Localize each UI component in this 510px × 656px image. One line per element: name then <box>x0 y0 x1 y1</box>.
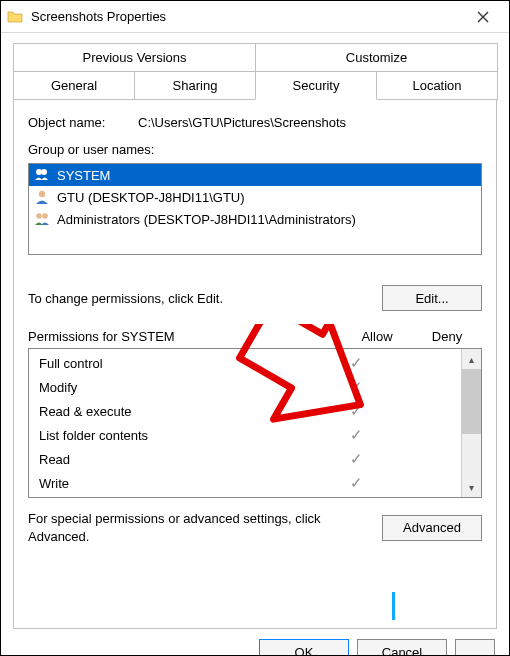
svg-point-3 <box>36 213 42 219</box>
perm-row[interactable]: Full control ✓ <box>29 351 461 375</box>
tab-location[interactable]: Location <box>376 71 498 100</box>
cursor-caret-icon <box>392 592 395 620</box>
dialog-footer: OK Cancel <box>1 629 509 656</box>
scrollbar[interactable]: ▴ ▾ <box>461 349 481 497</box>
perm-row[interactable]: Modify ✓ <box>29 375 461 399</box>
perm-name: Modify <box>39 380 321 395</box>
close-button[interactable] <box>463 3 503 31</box>
perm-row[interactable]: List folder contents ✓ <box>29 423 461 447</box>
tab-general[interactable]: General <box>13 71 135 100</box>
list-item[interactable]: Administrators (DESKTOP-J8HDI11\Administ… <box>29 208 481 230</box>
deny-column-header: Deny <box>412 329 482 344</box>
perm-allow-check: ✓ <box>321 402 391 420</box>
permissions-for-label: Permissions for SYSTEM <box>28 329 342 344</box>
permissions-rows: Full control ✓ Modify ✓ Read & execute ✓… <box>29 349 461 497</box>
scroll-thumb[interactable] <box>462 369 481 434</box>
perm-name: List folder contents <box>39 428 321 443</box>
perm-row[interactable]: Read & execute ✓ <box>29 399 461 423</box>
perm-name: Read & execute <box>39 404 321 419</box>
perm-row[interactable]: Write ✓ <box>29 471 461 495</box>
group-icon <box>33 210 51 228</box>
scroll-down-arrow[interactable]: ▾ <box>462 477 481 497</box>
cancel-button[interactable]: Cancel <box>357 639 447 656</box>
perm-row[interactable]: Read ✓ <box>29 447 461 471</box>
permissions-listbox[interactable]: Full control ✓ Modify ✓ Read & execute ✓… <box>28 348 482 498</box>
group-icon <box>33 166 51 184</box>
edit-row: To change permissions, click Edit. Edit.… <box>28 285 482 311</box>
tab-row-lower: General Sharing Security Location <box>13 71 497 100</box>
perm-allow-check: ✓ <box>321 378 391 396</box>
tab-security[interactable]: Security <box>255 71 377 100</box>
apply-button[interactable] <box>455 639 495 656</box>
list-item[interactable]: GTU (DESKTOP-J8HDI11\GTU) <box>29 186 481 208</box>
folder-icon <box>7 9 23 25</box>
ok-button[interactable]: OK <box>259 639 349 656</box>
advanced-instructions: For special permissions or advanced sett… <box>28 510 382 545</box>
perm-allow-check: ✓ <box>321 474 391 492</box>
perm-allow-check: ✓ <box>321 450 391 468</box>
titlebar: Screenshots Properties <box>1 1 509 33</box>
object-name-value: C:\Users\GTU\Pictures\Screenshots <box>138 115 482 130</box>
tab-customize[interactable]: Customize <box>255 43 498 71</box>
window-title: Screenshots Properties <box>31 9 463 24</box>
list-item-label: GTU (DESKTOP-J8HDI11\GTU) <box>57 190 245 205</box>
groups-label: Group or user names: <box>28 142 482 157</box>
object-name-row: Object name: C:\Users\GTU\Pictures\Scree… <box>28 115 482 130</box>
svg-point-4 <box>42 213 48 219</box>
tabs-container: Previous Versions Customize General Shar… <box>1 33 509 629</box>
tab-panel-security: Object name: C:\Users\GTU\Pictures\Scree… <box>13 99 497 629</box>
allow-column-header: Allow <box>342 329 412 344</box>
perm-allow-check: ✓ <box>321 426 391 444</box>
advanced-row: For special permissions or advanced sett… <box>28 510 482 545</box>
advanced-button[interactable]: Advanced <box>382 515 482 541</box>
object-name-label: Object name: <box>28 115 138 130</box>
groups-listbox[interactable]: SYSTEM GTU (DESKTOP-J8HDI11\GTU) <box>28 163 482 255</box>
tab-previous-versions[interactable]: Previous Versions <box>13 43 256 71</box>
perm-name: Full control <box>39 356 321 371</box>
tab-sharing[interactable]: Sharing <box>134 71 256 100</box>
perm-name: Write <box>39 476 321 491</box>
list-item[interactable]: SYSTEM <box>29 164 481 186</box>
edit-instructions: To change permissions, click Edit. <box>28 291 382 306</box>
svg-point-2 <box>39 191 45 197</box>
perm-name: Read <box>39 452 321 467</box>
permissions-header: Permissions for SYSTEM Allow Deny <box>28 329 482 344</box>
svg-point-1 <box>41 169 47 175</box>
list-item-label: SYSTEM <box>57 168 110 183</box>
perm-allow-check: ✓ <box>321 354 391 372</box>
scroll-up-arrow[interactable]: ▴ <box>462 349 481 369</box>
edit-button[interactable]: Edit... <box>382 285 482 311</box>
tab-row-upper: Previous Versions Customize <box>13 43 497 71</box>
scroll-track[interactable] <box>462 369 481 477</box>
user-icon <box>33 188 51 206</box>
list-item-label: Administrators (DESKTOP-J8HDI11\Administ… <box>57 212 356 227</box>
